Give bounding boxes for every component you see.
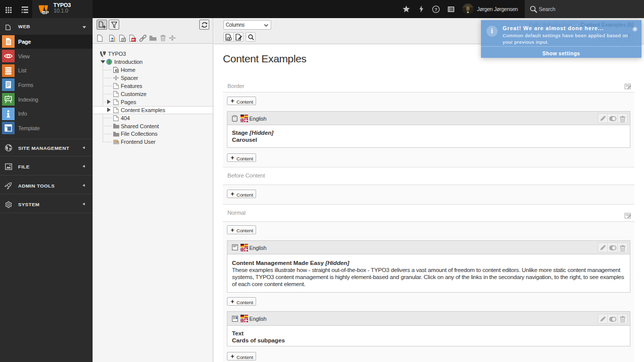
svg-text:BP: BP <box>42 10 49 15</box>
svg-text:?: ? <box>435 7 438 12</box>
